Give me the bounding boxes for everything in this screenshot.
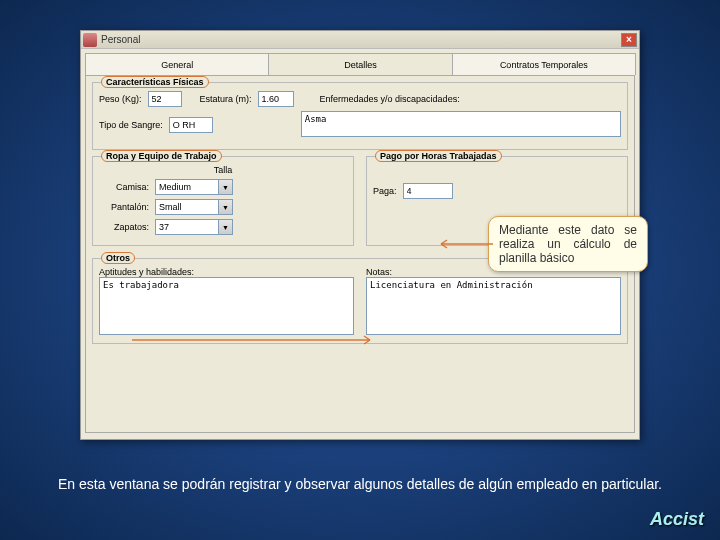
callout-text: Mediante este dato se realiza un cálculo… [499,223,637,265]
group-label-otros: Otros [101,252,135,264]
estatura-label: Estatura (m): [200,94,252,104]
chevron-down-icon[interactable]: ▼ [219,219,233,235]
paga-label: Paga: [373,186,397,196]
chevron-down-icon[interactable]: ▼ [219,199,233,215]
sangre-input[interactable] [169,117,213,133]
window-title: Personal [101,34,621,45]
camisa-select[interactable] [155,179,219,195]
tab-contratos[interactable]: Contratos Temporales [452,53,636,75]
tab-bar: General Detalles Contratos Temporales [85,53,635,75]
zapatos-label: Zapatos: [99,222,149,232]
tab-general-label: General [161,60,193,70]
enfermedades-label: Enfermedades y/o discapacidades: [320,94,460,104]
tab-detalles-label: Detalles [344,60,377,70]
estatura-input[interactable] [258,91,294,107]
peso-input[interactable] [148,91,182,107]
close-icon[interactable]: × [621,33,637,47]
group-label-ropa: Ropa y Equipo de Trabajo [101,150,222,162]
sangre-label: Tipo de Sangre: [99,120,163,130]
pantalon-select[interactable] [155,199,219,215]
pantalon-label: Pantalón: [99,202,149,212]
chevron-down-icon[interactable]: ▼ [219,179,233,195]
tab-general[interactable]: General [85,53,269,75]
logo: Accist [650,509,704,530]
titlebar: Personal × [81,31,639,49]
talla-header: Talla [214,165,233,175]
paga-input[interactable] [403,183,453,199]
tab-contratos-label: Contratos Temporales [500,60,588,70]
peso-label: Peso (Kg): [99,94,142,104]
group-ropa: Ropa y Equipo de Trabajo Talla Camisa: ▼… [92,156,354,246]
group-caracteristicas-fisicas: Características Físicas Peso (Kg): Estat… [92,82,628,150]
enfermedades-input[interactable] [301,111,621,137]
group-label-pago: Pago por Horas Trabajadas [375,150,502,162]
zapatos-select[interactable] [155,219,219,235]
notas-input[interactable] [366,277,621,335]
aptitudes-label: Aptitudes y habilidades: [99,267,354,277]
app-icon [83,33,97,47]
camisa-label: Camisa: [99,182,149,192]
aptitudes-input[interactable] [99,277,354,335]
group-label-fisicas: Características Físicas [101,76,209,88]
page-caption: En esta ventana se podrán registrar y ob… [0,476,720,492]
tab-detalles[interactable]: Detalles [268,53,452,75]
callout-paga: Mediante este dato se realiza un cálculo… [488,216,648,272]
